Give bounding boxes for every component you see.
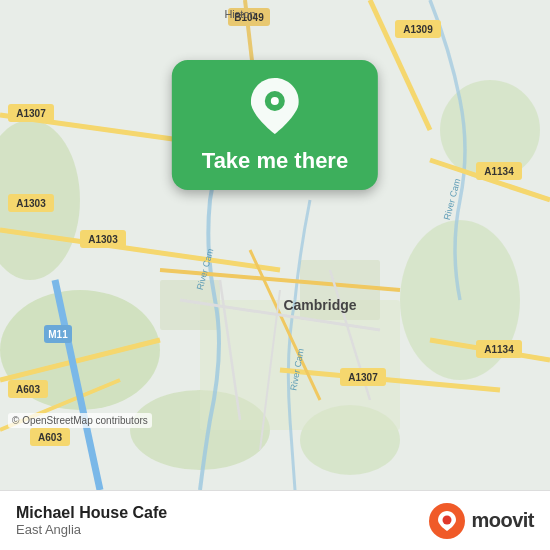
cta-overlay[interactable]: Take me there (172, 60, 378, 190)
place-info: Michael House Cafe East Anglia (16, 504, 167, 537)
take-me-there-button[interactable]: Take me there (202, 148, 348, 174)
svg-text:A1134: A1134 (484, 166, 514, 177)
svg-text:A603: A603 (38, 432, 62, 443)
svg-text:M11: M11 (48, 329, 68, 340)
svg-text:A603: A603 (16, 384, 40, 395)
svg-text:Histon: Histon (224, 8, 255, 20)
location-pin-icon (251, 78, 299, 138)
bottom-bar: Michael House Cafe East Anglia moovit (0, 490, 550, 550)
svg-point-56 (443, 515, 452, 524)
moovit-icon (429, 503, 465, 539)
svg-text:Cambridge: Cambridge (283, 297, 356, 313)
svg-text:A1307: A1307 (348, 372, 378, 383)
moovit-logo: moovit (429, 503, 534, 539)
place-region: East Anglia (16, 522, 167, 537)
svg-text:A1134: A1134 (484, 344, 514, 355)
cta-bubble[interactable]: Take me there (172, 60, 378, 190)
osm-attribution: © OpenStreetMap contributors (8, 413, 152, 428)
map-container: A1307 A1303 A1303 M11 A603 A603 A1309 B1… (0, 0, 550, 490)
moovit-text: moovit (471, 509, 534, 532)
place-name: Michael House Cafe (16, 504, 167, 522)
svg-text:A1307: A1307 (16, 108, 46, 119)
svg-text:A1309: A1309 (403, 24, 433, 35)
svg-text:A1303: A1303 (16, 198, 46, 209)
svg-text:A1303: A1303 (88, 234, 118, 245)
svg-point-54 (271, 97, 279, 105)
